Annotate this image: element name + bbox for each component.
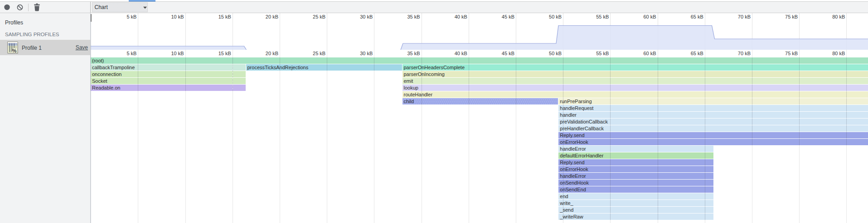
svg-text:%: % bbox=[12, 48, 17, 53]
